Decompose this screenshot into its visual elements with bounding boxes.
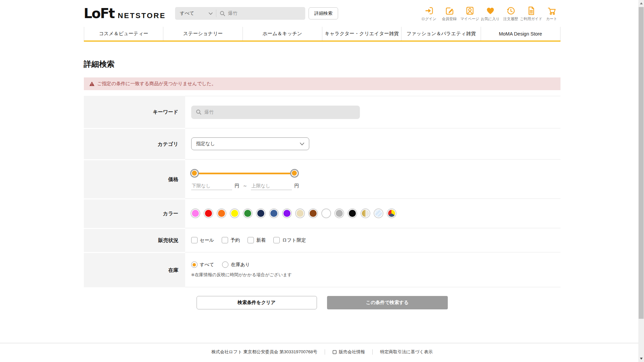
vertical-scrollbar[interactable]: [638, 0, 644, 362]
chevron-down-icon: [209, 12, 213, 15]
color-swatch-gold-silver[interactable]: [361, 209, 370, 218]
nav-item-moma[interactable]: MoMA Design Store: [481, 27, 560, 41]
form-row-keyword: キーワード: [84, 96, 560, 128]
stock-label: 在庫: [84, 252, 185, 287]
detail-search-button[interactable]: 詳細検索: [309, 7, 338, 19]
price-separator: ～: [243, 183, 248, 189]
footer-link-seller-info[interactable]: 販売会社情報: [332, 349, 365, 355]
checkbox-reservation[interactable]: 予約: [222, 237, 240, 243]
search-icon: [220, 11, 225, 16]
radio-all[interactable]: すべて: [191, 261, 214, 268]
color-swatch-white[interactable]: [322, 209, 330, 218]
main-nav: コスメ＆ビューティー ステーショナリー ホーム＆キッチン キャラクター・クリエイ…: [84, 27, 560, 42]
price-slider-track[interactable]: [195, 173, 294, 174]
checkbox-box: [222, 237, 228, 243]
quick-link-label: マイページ: [460, 16, 479, 21]
price-slider-min-handle[interactable]: [190, 169, 199, 178]
header-search-input[interactable]: 爆竹: [216, 10, 305, 16]
color-swatch-brown[interactable]: [309, 209, 317, 218]
stock-note: ※在庫情報の反映に時間がかかる場合がございます: [191, 272, 292, 278]
nav-item-stationery[interactable]: ステーショナリー: [163, 27, 243, 41]
radio-in-stock[interactable]: 在庫あり: [222, 261, 250, 268]
quick-link-order-history[interactable]: 注文履歴: [502, 6, 520, 21]
radio-button-selected: [191, 261, 198, 268]
quick-link-label: 会員登録: [442, 16, 457, 21]
color-label: カラー: [84, 198, 185, 228]
nav-item-fashion[interactable]: ファッション＆バラエティ雑貨: [401, 27, 481, 41]
price-slider-max-handle[interactable]: [290, 169, 299, 178]
price-max-input[interactable]: [251, 182, 292, 190]
main-content: 詳細検索 ご指定の条件に一致する商品が見つかりませんでした。 キーワード カテゴ…: [84, 59, 560, 309]
guide-icon: [526, 6, 536, 16]
color-swatch-purple[interactable]: [283, 209, 291, 218]
color-swatch-clear[interactable]: [374, 209, 383, 218]
color-swatch-red[interactable]: [204, 209, 213, 218]
checkbox-box: [248, 237, 254, 243]
color-swatch-gray[interactable]: [335, 209, 343, 218]
search-with-conditions-button[interactable]: この条件で検索する: [327, 296, 448, 309]
form-actions: 検索条件をクリア この条件で検索する: [84, 296, 560, 309]
cart-icon: [547, 6, 557, 16]
price-range-slider[interactable]: [191, 169, 298, 178]
search-category-value: すべて: [180, 10, 194, 16]
color-swatch-multicolor[interactable]: [387, 209, 396, 218]
loft-logo[interactable]: LoFt NETSTORE: [84, 6, 166, 21]
nav-item-cosme[interactable]: コスメ＆ビューティー: [84, 27, 163, 41]
price-max-unit: 円: [294, 183, 299, 189]
scroll-up-icon: [640, 2, 643, 4]
quick-link-favorites[interactable]: お気に入り: [482, 6, 499, 21]
radio-label: 在庫あり: [231, 262, 250, 268]
quick-link-cart[interactable]: カート: [543, 6, 560, 21]
header-search: すべて 爆竹 詳細検索: [175, 7, 338, 20]
category-select[interactable]: 指定なし: [191, 137, 309, 150]
quick-link-guide[interactable]: ご利用ガイド: [523, 6, 540, 21]
footer-link-label: 販売会社情報: [339, 349, 365, 355]
history-icon: [506, 6, 516, 16]
clear-conditions-button[interactable]: 検索条件をクリア: [197, 296, 317, 309]
scrollbar-thumb[interactable]: [639, 7, 644, 319]
quick-link-label: ログイン: [421, 16, 436, 21]
scrollbar-up-button[interactable]: [638, 0, 644, 7]
radio-label: すべて: [200, 262, 214, 268]
page-title: 詳細検索: [84, 59, 560, 69]
nav-item-character[interactable]: キャラクター・クリエイター雑貨: [322, 27, 401, 41]
register-icon: [444, 6, 454, 16]
quick-links: ログイン 会員登録 マイページ: [420, 6, 560, 21]
footer-company-text: 株式会社ロフト 東京都公安委員会 第303319700768号: [211, 349, 317, 355]
color-swatch-black[interactable]: [348, 209, 357, 218]
footer-divider: [325, 349, 325, 355]
color-swatch-navy[interactable]: [257, 209, 265, 218]
checkbox-loft-limited[interactable]: ロフト限定: [273, 237, 306, 243]
color-swatch-orange[interactable]: [217, 209, 226, 218]
price-label: 価格: [84, 159, 185, 198]
checkbox-label: 新着: [256, 237, 266, 243]
sales-status-label: 販売状況: [84, 228, 185, 252]
header-top: LoFt NETSTORE すべて 爆竹 詳細検索: [84, 0, 560, 27]
checkbox-new-arrival[interactable]: 新着: [248, 237, 266, 243]
scroll-down-icon: [640, 358, 643, 360]
color-swatch-blue[interactable]: [270, 209, 278, 218]
scrollbar-down-button[interactable]: [638, 355, 644, 362]
nav-item-home-kitchen[interactable]: ホーム＆キッチン: [243, 27, 322, 41]
quick-link-login[interactable]: ログイン: [420, 6, 438, 21]
color-swatch-green[interactable]: [244, 209, 252, 218]
quick-link-register[interactable]: 会員登録: [441, 6, 458, 21]
keyword-input[interactable]: [191, 106, 360, 119]
keyword-input-field[interactable]: [205, 110, 345, 115]
price-min-input[interactable]: [191, 182, 232, 190]
search-category-select[interactable]: すべて: [175, 10, 216, 16]
advanced-search-form: キーワード カテゴリ 指定なし 価格: [84, 96, 560, 287]
price-inputs: 円 ～ 円: [191, 182, 303, 190]
form-row-category: カテゴリ 指定なし: [84, 128, 560, 159]
color-swatch-pink[interactable]: [191, 209, 200, 218]
quick-link-label: 注文履歴: [503, 16, 518, 21]
footer: 株式会社ロフト 東京都公安委員会 第303319700768号 販売会社情報 特…: [0, 343, 644, 362]
checkbox-sale[interactable]: セール: [191, 237, 214, 243]
color-swatch-yellow[interactable]: [230, 209, 239, 218]
quick-link-mypage[interactable]: マイページ: [461, 6, 479, 21]
footer-link-commerce-law[interactable]: 特定商取引法に基づく表示: [380, 349, 433, 355]
color-swatch-beige[interactable]: [296, 209, 304, 218]
color-swatches: [191, 209, 396, 218]
quick-link-label: ご利用ガイド: [520, 16, 542, 21]
category-label: カテゴリ: [84, 128, 185, 159]
